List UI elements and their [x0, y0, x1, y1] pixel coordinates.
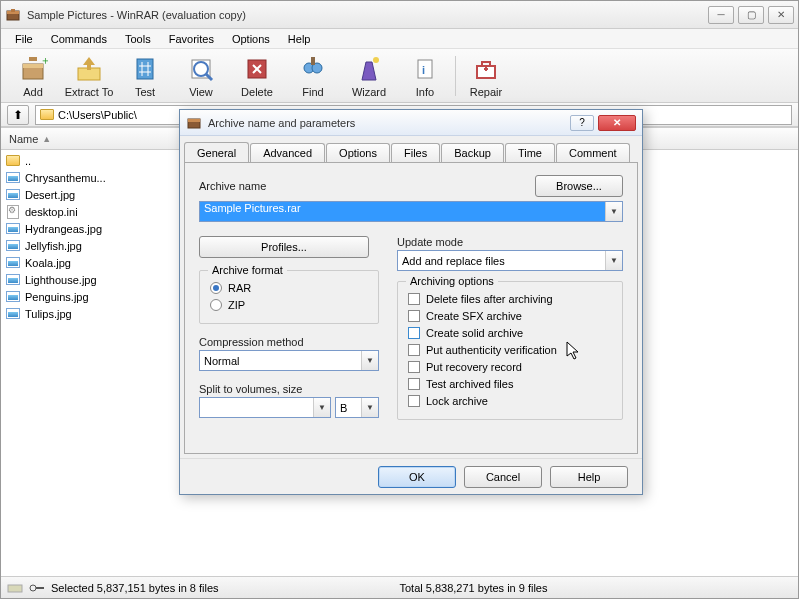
dropdown-arrow-icon[interactable]: ▼ [605, 202, 622, 221]
picture-icon [5, 239, 21, 253]
toolbar-delete-label: Delete [241, 86, 273, 98]
toolbar-info[interactable]: i Info [397, 51, 453, 101]
split-size-combo[interactable]: ▼ [199, 397, 331, 418]
tab-time[interactable]: Time [505, 143, 555, 162]
update-mode-combo[interactable]: Add and replace files ▼ [397, 250, 623, 271]
tab-options[interactable]: Options [326, 143, 390, 162]
menu-options[interactable]: Options [224, 31, 278, 47]
toolbar-find[interactable]: Find [285, 51, 341, 101]
dialog-title: Archive name and parameters [208, 117, 570, 129]
file-name: Penguins.jpg [25, 291, 89, 303]
file-name: Koala.jpg [25, 257, 71, 269]
toolbar-test[interactable]: Test [117, 51, 173, 101]
statusbar: Selected 5,837,151 bytes in 8 files Tota… [1, 576, 798, 598]
tab-general[interactable]: General [184, 142, 249, 162]
split-unit-value: B [336, 402, 361, 414]
svg-marker-8 [83, 57, 95, 65]
menubar: File Commands Tools Favorites Options He… [1, 29, 798, 49]
extract-icon [74, 54, 104, 84]
info-icon: i [410, 54, 440, 84]
toolbar-view[interactable]: View [173, 51, 229, 101]
tab-backup[interactable]: Backup [441, 143, 504, 162]
menu-commands[interactable]: Commands [43, 31, 115, 47]
folder-icon [5, 154, 21, 168]
toolbar-info-label: Info [416, 86, 434, 98]
check-solid[interactable]: Create solid archive [408, 324, 612, 341]
toolbar-add-label: Add [23, 86, 43, 98]
ok-button[interactable]: OK [378, 466, 456, 488]
check-sfx[interactable]: Create SFX archive [408, 307, 612, 324]
toolbar-add[interactable]: ＋ Add [5, 51, 61, 101]
checkbox-icon [408, 310, 420, 322]
status-selected: Selected 5,837,151 bytes in 8 files [51, 582, 219, 594]
picture-icon [5, 290, 21, 304]
tab-comment[interactable]: Comment [556, 143, 630, 162]
help-button[interactable]: Help [550, 466, 628, 488]
svg-text:＋: ＋ [40, 54, 48, 66]
check-auth-label: Put authenticity verification [426, 344, 557, 356]
repair-icon [471, 54, 501, 84]
archive-name-value[interactable]: Sample Pictures.rar [200, 202, 605, 221]
file-name: Jellyfish.jpg [25, 240, 82, 252]
radio-zip-label: ZIP [228, 299, 245, 311]
toolbar-view-label: View [189, 86, 213, 98]
column-name[interactable]: Name ▲ [1, 128, 181, 150]
up-button[interactable]: ⬆ [7, 105, 29, 125]
tab-body-general: Archive name Browse... Sample Pictures.r… [184, 162, 638, 454]
menu-file[interactable]: File [7, 31, 41, 47]
compression-label: Compression method [199, 336, 379, 348]
maximize-button[interactable]: ▢ [738, 6, 764, 24]
checkbox-icon [408, 361, 420, 373]
check-delete[interactable]: Delete files after archiving [408, 290, 612, 307]
dropdown-arrow-icon[interactable]: ▼ [313, 398, 330, 417]
path-text: C:\Users\Public\ [58, 109, 137, 121]
archive-name-input[interactable]: Sample Pictures.rar ▼ [199, 201, 623, 222]
toolbar-delete[interactable]: Delete [229, 51, 285, 101]
menu-favorites[interactable]: Favorites [161, 31, 222, 47]
sort-indicator-icon: ▲ [42, 134, 51, 144]
toolbar-test-label: Test [135, 86, 155, 98]
dialog-help-button[interactable]: ? [570, 115, 594, 131]
check-delete-label: Delete files after archiving [426, 293, 553, 305]
tab-advanced[interactable]: Advanced [250, 143, 325, 162]
menu-tools[interactable]: Tools [117, 31, 159, 47]
dropdown-arrow-icon[interactable]: ▼ [361, 398, 378, 417]
browse-button[interactable]: Browse... [535, 175, 623, 197]
dialog-close-button[interactable]: ✕ [598, 115, 636, 131]
check-recovery[interactable]: Put recovery record [408, 358, 612, 375]
compression-combo[interactable]: Normal ▼ [199, 350, 379, 371]
column-name-label: Name [9, 133, 38, 145]
check-lock[interactable]: Lock archive [408, 392, 612, 409]
radio-rar[interactable]: RAR [210, 279, 368, 296]
archive-format-label: Archive format [208, 264, 287, 276]
drive-icon [7, 582, 23, 594]
toolbar-repair[interactable]: Repair [458, 51, 514, 101]
cancel-button[interactable]: Cancel [464, 466, 542, 488]
toolbar-wizard[interactable]: Wizard [341, 51, 397, 101]
view-icon [186, 54, 216, 84]
picture-icon [5, 256, 21, 270]
archive-name-label: Archive name [199, 180, 266, 192]
profiles-button[interactable]: Profiles... [199, 236, 369, 258]
radio-zip[interactable]: ZIP [210, 296, 368, 313]
file-name: .. [25, 155, 31, 167]
check-auth[interactable]: Put authenticity verification [408, 341, 612, 358]
close-button[interactable]: ✕ [768, 6, 794, 24]
svg-text:i: i [422, 64, 425, 76]
wizard-icon [354, 54, 384, 84]
dialog-titlebar: Archive name and parameters ? ✕ [180, 110, 642, 136]
check-solid-label: Create solid archive [426, 327, 523, 339]
svg-rect-5 [29, 57, 37, 61]
toolbar-extract[interactable]: Extract To [61, 51, 117, 101]
check-test[interactable]: Test archived files [408, 375, 612, 392]
split-unit-combo[interactable]: B ▼ [335, 397, 379, 418]
radio-rar-label: RAR [228, 282, 251, 294]
menu-help[interactable]: Help [280, 31, 319, 47]
checkbox-icon [408, 378, 420, 390]
archiving-options-group: Archiving options Delete files after arc… [397, 281, 623, 420]
dropdown-arrow-icon[interactable]: ▼ [605, 251, 622, 270]
tab-files[interactable]: Files [391, 143, 440, 162]
minimize-button[interactable]: ─ [708, 6, 734, 24]
svg-rect-26 [36, 587, 44, 589]
dropdown-arrow-icon[interactable]: ▼ [361, 351, 378, 370]
